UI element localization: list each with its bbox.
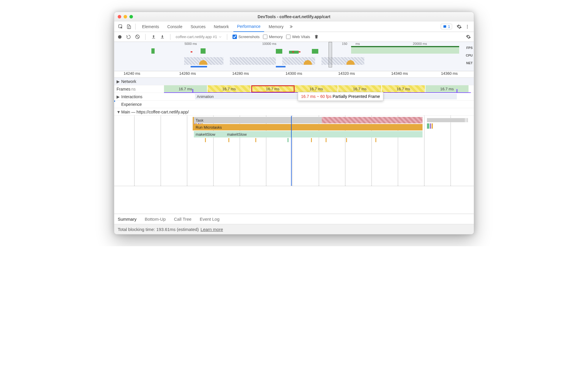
tab-bottomup[interactable]: Bottom-Up xyxy=(145,217,166,222)
net-label: NET xyxy=(466,61,473,65)
load-profile-icon[interactable] xyxy=(151,34,156,40)
clear-icon[interactable] xyxy=(135,34,140,40)
close-icon[interactable] xyxy=(118,15,121,18)
recording-name: coffee-cart.netlify.app #1 xyxy=(176,35,217,39)
frame-cell[interactable]: 16.7 ms xyxy=(208,85,251,93)
cpu-label: CPU xyxy=(466,54,473,57)
save-profile-icon[interactable] xyxy=(160,34,165,40)
window-controls xyxy=(118,15,133,18)
frame-tooltip: 16.7 ms ~ 60 fps Partially Presented Fra… xyxy=(298,92,383,101)
svg-point-5 xyxy=(467,26,468,27)
main-flame-chart[interactable]: Task Run Microtasks makeItSlow makeItSlo… xyxy=(114,116,474,186)
interactions-track[interactable]: ▶ Interactions Animation 16.7 ms ~ 60 fp… xyxy=(114,93,474,101)
tab-calltree[interactable]: Call Tree xyxy=(174,217,192,222)
tab-network[interactable]: Network xyxy=(210,21,232,32)
issue-count: 1 xyxy=(448,24,450,29)
ov-tick: 150 xyxy=(342,42,347,45)
main-track-header[interactable]: ▼ Main — https://coffee-cart.netlify.app… xyxy=(114,108,474,116)
ov-tick: ms xyxy=(355,42,360,45)
learn-more-link[interactable]: Learn more xyxy=(201,227,223,232)
ov-cpu-lane xyxy=(132,55,459,65)
overview-selection[interactable] xyxy=(329,42,332,67)
ov-fps-lane xyxy=(132,46,459,54)
issues-badge[interactable]: 1 xyxy=(441,24,452,29)
flame-ticks xyxy=(194,138,423,147)
capture-settings-icon[interactable] xyxy=(466,34,471,40)
maximize-icon[interactable] xyxy=(129,15,133,18)
record-button[interactable] xyxy=(117,34,122,40)
flame-trailing xyxy=(427,117,468,130)
svg-point-4 xyxy=(467,25,468,26)
screenshots-checkbox[interactable]: Screenshots xyxy=(233,35,259,39)
blocking-time-text: Total blocking time: 193.61ms (estimated… xyxy=(118,227,199,232)
panel-tabs: Elements Console Sources Network Perform… xyxy=(114,21,474,32)
kebab-menu-icon[interactable] xyxy=(464,23,471,30)
detail-ruler[interactable]: 14240 ms 14260 ms 14280 ms 14300 ms 1432… xyxy=(114,71,474,78)
tab-summary[interactable]: Summary xyxy=(118,217,136,222)
webvitals-checkbox[interactable]: Web Vitals xyxy=(286,35,310,39)
titlebar: DevTools - coffee-cart.netlify.app/cart xyxy=(114,12,474,21)
tracks-area[interactable]: ▶ Network Frames ns 16.7 ms 16.7 ms 16.7… xyxy=(114,78,474,214)
svg-point-6 xyxy=(467,28,468,28)
svg-rect-3 xyxy=(443,25,446,28)
experience-track[interactable]: ▶ Experience xyxy=(114,101,474,108)
disclosure-right-icon: ▶ xyxy=(117,94,120,99)
ov-tick: 20000 ms xyxy=(413,42,427,45)
tab-elements[interactable]: Elements xyxy=(139,21,163,32)
frame-cell[interactable]: 16.7 ms xyxy=(164,85,208,93)
overview-timeline[interactable]: 5000 ms 10000 ms 150 ms 20000 ms xyxy=(114,42,474,71)
devtools-window: DevTools - coffee-cart.netlify.app/cart … xyxy=(114,12,474,234)
tab-memory[interactable]: Memory xyxy=(265,21,287,32)
perf-toolbar: coffee-cart.netlify.app #1 Screenshots M… xyxy=(114,32,474,42)
flame-microtasks[interactable]: Run Microtasks xyxy=(194,124,423,130)
flame-task[interactable]: Task xyxy=(194,117,423,123)
disclosure-down-icon: ▼ xyxy=(117,110,120,114)
playhead[interactable] xyxy=(291,116,292,186)
svg-rect-8 xyxy=(152,38,155,38)
svg-rect-9 xyxy=(161,38,164,38)
window-title: DevTools - coffee-cart.netlify.app/cart xyxy=(114,14,474,19)
frames-track[interactable]: Frames ns 16.7 ms 16.7 ms 16.7 ms 16.7 m… xyxy=(114,85,474,93)
disclosure-right-icon: ▶ xyxy=(117,79,120,84)
frame-cell[interactable]: 16.7 ms xyxy=(425,85,469,93)
frame-cell[interactable]: 16.7 ms xyxy=(382,85,425,93)
frame-cell[interactable]: 16.7 ms xyxy=(338,85,382,93)
frame-cell-selected[interactable]: 16.7 ms xyxy=(251,85,295,93)
tab-console[interactable]: Console xyxy=(164,21,186,32)
memory-checkbox[interactable]: Memory xyxy=(263,35,283,39)
inspect-icon[interactable] xyxy=(117,23,124,30)
gc-icon[interactable] xyxy=(314,34,319,40)
minimize-icon[interactable] xyxy=(124,15,127,18)
flame-function[interactable]: makeItSlow makeItSlow xyxy=(194,131,423,137)
tab-performance[interactable]: Performance xyxy=(233,21,264,32)
footer-bar: Total blocking time: 193.61ms (estimated… xyxy=(114,224,474,234)
tab-sources[interactable]: Sources xyxy=(187,21,209,32)
ov-tick: 10000 ms xyxy=(262,42,276,45)
ov-tick: 5000 ms xyxy=(184,42,197,45)
device-toggle-icon[interactable] xyxy=(125,23,132,30)
tab-eventlog[interactable]: Event Log xyxy=(200,217,220,222)
reload-record-icon[interactable] xyxy=(126,34,131,40)
network-track-header[interactable]: ▶ Network xyxy=(114,78,474,85)
chevron-down-icon xyxy=(219,35,222,38)
svg-rect-2 xyxy=(129,26,131,29)
more-tabs-icon[interactable] xyxy=(288,23,295,30)
frame-cell[interactable]: 16.7 ms xyxy=(295,85,338,93)
ov-net-lane xyxy=(132,66,459,69)
detail-tabs: Summary Bottom-Up Call Tree Event Log xyxy=(114,214,474,224)
recording-dropdown[interactable]: coffee-cart.netlify.app #1 xyxy=(176,35,222,39)
fps-label: FPS xyxy=(466,46,473,50)
settings-icon[interactable] xyxy=(456,23,463,30)
